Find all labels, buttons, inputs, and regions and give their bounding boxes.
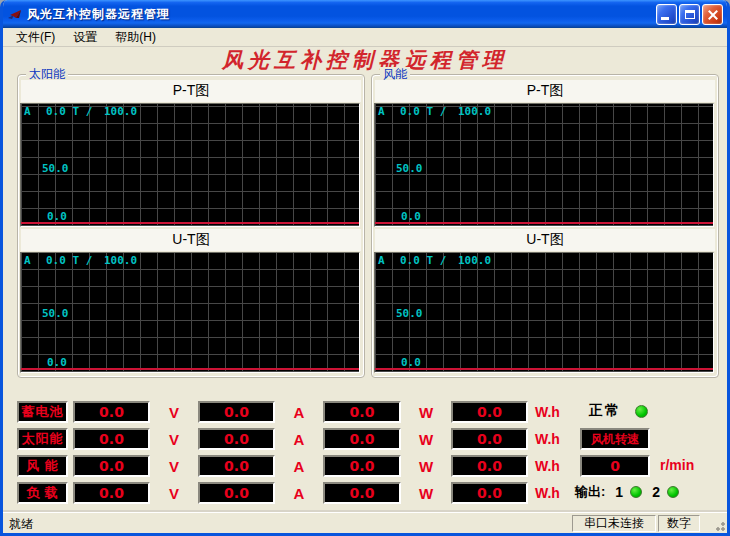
normal-status-label: 正常 — [589, 402, 621, 420]
app-icon — [7, 6, 23, 22]
battery-current-display: 0.0 — [198, 401, 275, 423]
solar-voltage-display: 0.0 — [73, 428, 150, 450]
solar-pt-chart: A 0.0 T / 100.0 50.0 0.0 — [20, 103, 360, 227]
chart-ymax-label: 100.0 — [458, 105, 491, 118]
power-unit-label: W — [401, 485, 451, 502]
solar-current-display: 0.0 — [198, 428, 275, 450]
chart-ymid-label: 50.0 — [42, 162, 69, 175]
titlebar[interactable]: 风光互补控制器远程管理 — [0, 0, 730, 28]
energy-unit-label: W.h — [528, 431, 568, 447]
fan-speed-unit-label: r/min — [660, 457, 694, 473]
menu-bar: 文件(F) 设置 帮助(H) — [3, 28, 727, 47]
minimize-icon — [661, 17, 669, 20]
reading-row-battery: 蓄电池 0.0 V 0.0 A 0.0 W 0.0 W.h — [17, 401, 568, 423]
chart-zero-trace — [375, 368, 713, 370]
chart-xscale-label: 0.0 T / — [46, 105, 104, 118]
voltage-unit-label: V — [150, 458, 198, 475]
chart-zero-trace — [21, 368, 359, 370]
chart-unit-label: A — [24, 254, 46, 267]
resize-grip[interactable] — [712, 518, 726, 532]
reading-row-wind: 风 能 0.0 V 0.0 A 0.0 W 0.0 W.h — [17, 455, 568, 477]
battery-power-display: 0.0 — [323, 401, 401, 423]
output-label: 输出: — [575, 483, 605, 501]
voltage-unit-label: V — [150, 485, 198, 502]
chart-zero-trace — [375, 222, 713, 224]
power-unit-label: W — [401, 458, 451, 475]
reading-row-load: 负 载 0.0 V 0.0 A 0.0 W 0.0 W.h — [17, 482, 568, 504]
energy-unit-label: W.h — [528, 485, 568, 501]
close-button[interactable] — [702, 4, 723, 25]
chart-ymax-label: 100.0 — [458, 254, 491, 267]
power-unit-label: W — [401, 404, 451, 421]
load-power-display: 0.0 — [323, 482, 401, 504]
fan-speed-display: 0 — [580, 455, 650, 477]
current-unit-label: A — [275, 458, 323, 475]
chart-xscale-label: 0.0 T / — [400, 254, 458, 267]
solar-ut-chart: A 0.0 T / 100.0 50.0 0.0 — [20, 252, 360, 373]
chart-xscale-label: 0.0 T / — [46, 254, 104, 267]
reading-row-solar: 太阳能 0.0 V 0.0 A 0.0 W 0.0 W.h — [17, 428, 568, 450]
normal-status-indicator-icon — [635, 405, 648, 418]
power-unit-label: W — [401, 431, 451, 448]
load-energy-display: 0.0 — [451, 482, 528, 504]
wind-energy-display: 0.0 — [451, 455, 528, 477]
energy-unit-label: W.h — [528, 404, 568, 420]
battery-label: 蓄电池 — [17, 401, 68, 423]
chart-zero-trace — [21, 222, 359, 224]
chart-ymax-label: 100.0 — [104, 254, 137, 267]
menu-file[interactable]: 文件(F) — [9, 27, 62, 48]
chart-xscale-label: 0.0 T / — [400, 105, 458, 118]
solar-ut-chart-title: U-T图 — [21, 229, 361, 251]
wind-pt-chart: A 0.0 T / 100.0 50.0 0.0 — [374, 103, 714, 227]
solar-label: 太阳能 — [17, 428, 68, 450]
wind-pt-chart-title: P-T图 — [375, 80, 715, 102]
menu-help[interactable]: 帮助(H) — [108, 27, 163, 48]
maximize-button[interactable] — [679, 4, 700, 25]
statusbar-ready-text: 就绪 — [9, 516, 33, 533]
chart-ymid-label: 50.0 — [396, 162, 423, 175]
solar-energy-display: 0.0 — [451, 428, 528, 450]
wind-ut-chart-title: U-T图 — [375, 229, 715, 251]
status-bar: 就绪 串口未连接 数字 — [3, 512, 727, 533]
load-label: 负 载 — [17, 482, 68, 504]
output-2-label: 2 — [652, 484, 660, 500]
wind-voltage-display: 0.0 — [73, 455, 150, 477]
maximize-icon — [685, 10, 695, 19]
menu-settings[interactable]: 设置 — [66, 27, 104, 48]
group-solar: 太阳能 P-T图 A 0.0 T / 100.0 50.0 0.0 U-T图 A… — [17, 74, 365, 378]
chart-ymax-label: 100.0 — [104, 105, 137, 118]
load-voltage-display: 0.0 — [73, 482, 150, 504]
statusbar-serial-status: 串口未连接 — [572, 515, 656, 532]
window-title: 风光互补控制器远程管理 — [27, 6, 656, 23]
energy-unit-label: W.h — [528, 458, 568, 474]
battery-voltage-display: 0.0 — [73, 401, 150, 423]
output-2-indicator-icon — [667, 486, 679, 498]
current-unit-label: A — [275, 431, 323, 448]
page-title: 风光互补控制器远程管理 — [3, 47, 727, 74]
wind-power-display: 0.0 — [323, 455, 401, 477]
chart-ymid-label: 50.0 — [42, 307, 69, 320]
chart-unit-label: A — [24, 105, 46, 118]
system-status: 正常 — [589, 402, 648, 420]
fan-speed-label: 风机转速 — [580, 428, 650, 450]
voltage-unit-label: V — [150, 431, 198, 448]
solar-pt-chart-title: P-T图 — [21, 80, 361, 102]
output-status: 输出: 1 2 — [575, 483, 679, 501]
statusbar-mode: 数字 — [658, 515, 700, 532]
wind-current-display: 0.0 — [198, 455, 275, 477]
wind-ut-chart: A 0.0 T / 100.0 50.0 0.0 — [374, 252, 714, 373]
chart-unit-label: A — [378, 105, 400, 118]
current-unit-label: A — [275, 404, 323, 421]
app-window: 风光互补控制器远程管理 文件(F) 设置 帮助(H) 风光互补控制器远程管理 太… — [0, 0, 730, 536]
wind-label: 风 能 — [17, 455, 68, 477]
load-current-display: 0.0 — [198, 482, 275, 504]
chart-unit-label: A — [378, 254, 400, 267]
minimize-button[interactable] — [656, 4, 677, 25]
group-wind-label: 风能 — [380, 67, 410, 81]
group-wind: 风能 P-T图 A 0.0 T / 100.0 50.0 0.0 U-T图 A … — [371, 74, 719, 378]
group-solar-label: 太阳能 — [26, 67, 68, 81]
output-1-label: 1 — [615, 484, 623, 500]
solar-power-display: 0.0 — [323, 428, 401, 450]
output-1-indicator-icon — [630, 486, 642, 498]
voltage-unit-label: V — [150, 404, 198, 421]
